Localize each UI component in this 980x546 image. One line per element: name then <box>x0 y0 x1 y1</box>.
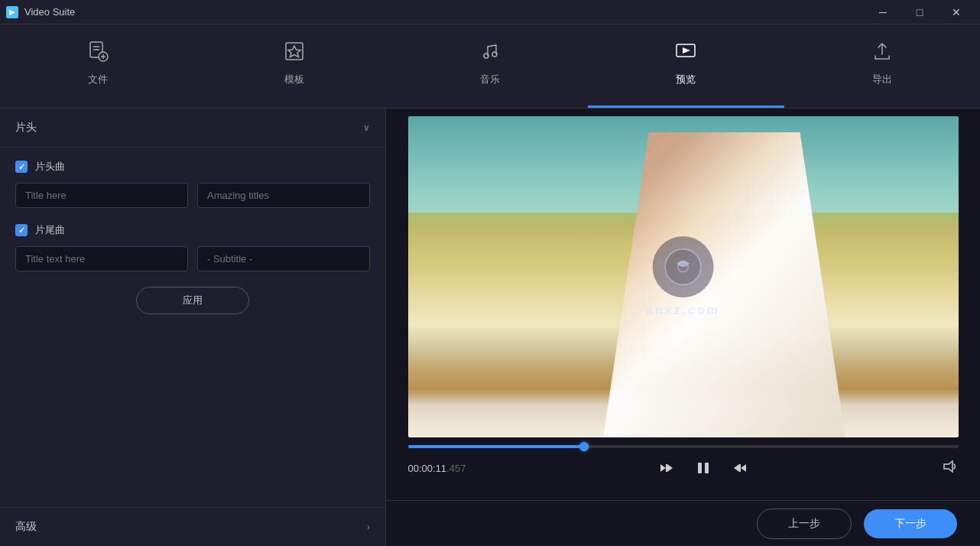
preview-icon <box>675 41 696 67</box>
intro-title-input[interactable] <box>15 183 188 208</box>
intro-checkbox-label: 片头曲 <box>35 160 65 174</box>
apply-btn-row: 应用 <box>15 287 370 314</box>
intro-checkbox[interactable] <box>15 161 28 173</box>
nav-template-label: 模板 <box>284 73 304 86</box>
nav-preview[interactable]: 预览 <box>588 24 784 108</box>
svg-marker-21 <box>734 464 739 472</box>
advanced-arrow-icon: › <box>367 522 370 532</box>
left-panel: 片头 ∨ 片头曲 片尾曲 <box>0 109 386 546</box>
template-icon <box>284 41 305 67</box>
outro-subtitle-input[interactable] <box>197 246 370 271</box>
outro-input-row <box>15 246 370 271</box>
svg-marker-11 <box>683 47 690 54</box>
intro-subtitle-input[interactable] <box>197 183 370 208</box>
nav-export-label: 导出 <box>872 73 892 86</box>
video-controls: 00:00:11.457 <box>408 437 959 488</box>
nav-file[interactable]: 文件 <box>0 24 196 108</box>
svg-marker-22 <box>944 461 952 472</box>
svg-rect-18 <box>705 463 709 473</box>
title-bar: ▶ Video Suite ─ □ ✕ <box>0 0 980 24</box>
intro-title: 片头 <box>15 121 37 135</box>
nav-music[interactable]: 音乐 <box>392 24 588 108</box>
volume-button[interactable] <box>941 458 958 478</box>
svg-marker-19 <box>741 464 746 472</box>
skip-forward-button[interactable] <box>728 456 752 480</box>
current-time: 00:00:11 <box>408 463 447 474</box>
advanced-section[interactable]: 高级 › <box>0 507 385 546</box>
title-bar-left: ▶ Video Suite <box>6 6 75 18</box>
top-nav: 文件 模板 音乐 预览 <box>0 24 980 109</box>
nav-template[interactable]: 模板 <box>196 24 391 108</box>
intro-section-header[interactable]: 片头 ∨ <box>0 109 385 148</box>
nav-export[interactable]: 导出 <box>784 24 980 108</box>
pause-button[interactable] <box>691 456 716 480</box>
nav-preview-label: 预览 <box>676 73 696 86</box>
svg-rect-17 <box>698 463 702 473</box>
outro-checkbox[interactable] <box>15 224 28 236</box>
outro-title-input[interactable] <box>15 246 188 271</box>
intro-checkbox-row: 片头曲 <box>15 160 370 174</box>
advanced-title: 高级 <box>15 520 37 534</box>
skip-back-button[interactable] <box>654 456 679 480</box>
app-title: Video Suite <box>24 6 75 18</box>
outro-checkbox-row: 片尾曲 <box>15 223 370 237</box>
watermark: anxz.com <box>646 236 720 317</box>
watermark-icon <box>652 236 713 297</box>
watermark-text: anxz.com <box>646 304 720 317</box>
svg-marker-14 <box>660 464 666 472</box>
export-icon <box>871 41 893 67</box>
progress-bar[interactable] <box>408 445 959 448</box>
file-icon <box>87 41 109 67</box>
intro-expand-icon: ∨ <box>363 122 370 133</box>
outro-checkbox-label: 片尾曲 <box>35 223 65 237</box>
intro-input-row <box>15 183 370 208</box>
playback-controls <box>654 456 752 480</box>
next-button[interactable]: 下一步 <box>864 509 957 538</box>
bottom-bar: 上一步 下一步 <box>386 500 980 546</box>
time-ms: .457 <box>446 463 466 474</box>
svg-rect-15 <box>666 464 667 472</box>
prev-button[interactable]: 上一步 <box>757 509 852 539</box>
time-display: 00:00:11.457 <box>408 463 466 474</box>
title-bar-controls: ─ □ ✕ <box>865 0 974 24</box>
maximize-button[interactable]: □ <box>902 0 937 24</box>
intro-panel-content: 片头曲 片尾曲 应用 <box>0 148 385 507</box>
close-button[interactable]: ✕ <box>939 0 974 24</box>
progress-thumb <box>579 442 589 451</box>
svg-rect-20 <box>739 464 741 472</box>
svg-marker-16 <box>667 464 673 472</box>
minimize-button[interactable]: ─ <box>865 0 900 24</box>
nav-file-label: 文件 <box>88 73 108 86</box>
nav-music-label: 音乐 <box>480 73 500 86</box>
app-icon: ▶ <box>6 6 18 18</box>
progress-fill <box>408 445 584 448</box>
music-icon <box>479 41 501 67</box>
main-content: 片头 ∨ 片头曲 片尾曲 <box>0 109 980 546</box>
svg-marker-7 <box>288 46 300 57</box>
right-panel: anxz.com 00:00:11.457 <box>386 109 980 546</box>
apply-button[interactable]: 应用 <box>136 287 249 314</box>
video-preview: anxz.com <box>408 116 959 437</box>
controls-row: 00:00:11.457 <box>408 456 959 480</box>
